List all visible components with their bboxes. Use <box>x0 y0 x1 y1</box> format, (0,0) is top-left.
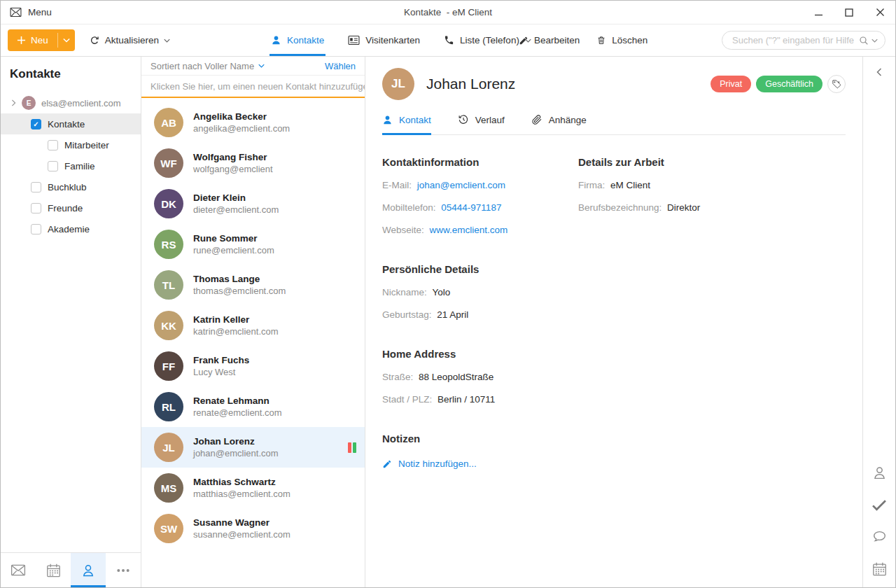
contact-list-item[interactable]: RS Rune Sommer rune@emclient.com <box>141 224 365 265</box>
calendar-sidebar-icon[interactable] <box>872 562 887 576</box>
folder-checkbox[interactable] <box>31 119 41 130</box>
pencil-icon <box>382 459 392 469</box>
sidebar-folder-item[interactable]: Freunde <box>1 197 141 218</box>
window-controls <box>803 1 895 24</box>
refresh-button[interactable]: Aktualisieren <box>89 35 170 46</box>
contact-avatar: WF <box>154 148 183 178</box>
folder-checkbox[interactable] <box>31 182 41 192</box>
field-value[interactable]: 05444-971187 <box>441 202 501 213</box>
phone-icon <box>444 35 454 46</box>
module-mail[interactable] <box>1 553 36 587</box>
menu-button[interactable]: Menu <box>1 7 52 18</box>
contact-list-item[interactable]: KK Katrin Keller katrin@emclient.com <box>141 305 365 346</box>
detail-field: Stadt / PLZ: Berlin / 10711 <box>382 394 578 405</box>
chevron-down-icon[interactable] <box>872 38 878 43</box>
folder-checkbox[interactable] <box>31 224 41 234</box>
sidebar-folder-item[interactable]: Kontakte <box>1 113 141 134</box>
contact-rows: AB Angelika Becker angelika@emclient.com… <box>141 98 365 587</box>
field-label: Stadt / PLZ: <box>382 394 432 405</box>
new-button[interactable]: Neu <box>8 29 75 51</box>
person-icon <box>271 35 281 46</box>
tag-pill[interactable]: Geschäftlich <box>756 76 822 92</box>
field-value: Direktor <box>667 202 700 213</box>
contact-list-item[interactable]: WF Wolfgang Fisher wolfgang@emclient <box>141 143 365 183</box>
field-value[interactable]: www.emclient.com <box>430 225 508 235</box>
detail-right-column: Details zur Arbeit Firma: eM Client Beru… <box>578 156 846 497</box>
folder-checkbox[interactable] <box>31 203 41 214</box>
account-row[interactable]: E elsa@emclient.com <box>1 92 141 113</box>
new-dropdown-arrow[interactable] <box>58 29 75 51</box>
contacts-sidebar-icon[interactable] <box>872 465 887 480</box>
sort-dropdown[interactable]: Sortiert nach Voller Name <box>150 61 265 71</box>
section-title: Persönliche Details <box>382 263 578 275</box>
chevron-right-icon[interactable] <box>11 99 16 106</box>
module-more[interactable] <box>106 553 141 587</box>
field-label: Geburtstag: <box>382 309 432 320</box>
detail-tab-verlauf[interactable]: Verlauf <box>458 114 505 135</box>
detail-tab-kontakt[interactable]: Kontakt <box>382 114 431 135</box>
module-contacts[interactable] <box>71 553 106 587</box>
field-value: 21 April <box>437 309 468 320</box>
sidebar-folder-item[interactable]: Familie <box>1 155 141 176</box>
id-card-icon <box>348 35 360 46</box>
search-icons <box>858 35 878 46</box>
refresh-icon <box>89 35 100 46</box>
detail-tab-label: Kontakt <box>399 115 431 125</box>
tab-visitenkarten[interactable]: Visitenkarten <box>346 24 421 56</box>
close-button[interactable] <box>864 1 895 24</box>
calendar-icon <box>46 564 61 578</box>
section-title: Home Address <box>382 348 578 360</box>
search-icon[interactable] <box>858 35 869 46</box>
folder-checkbox[interactable] <box>48 161 58 172</box>
contact-list-item[interactable]: DK Dieter Klein dieter@emclient.com <box>141 183 365 224</box>
field-label: Mobiltelefon: <box>382 202 436 213</box>
toolbar: Neu Aktualisieren Kontakte <box>1 24 895 57</box>
sidebar-folder-item[interactable]: Buchklub <box>1 176 141 197</box>
add-tag-button[interactable] <box>827 75 846 93</box>
person-icon <box>382 115 393 125</box>
delete-label: Löschen <box>612 35 648 46</box>
collapse-sidebar-button[interactable] <box>876 68 882 76</box>
folder-checkbox[interactable] <box>48 140 58 150</box>
sidebar-folder-item[interactable]: Mitarbeiter <box>1 134 141 155</box>
new-button-main[interactable]: Neu <box>8 29 57 51</box>
search-input[interactable]: Suchen ("?" eingaben für Hilfe) <box>722 31 886 50</box>
field-value: Yolo <box>433 287 451 298</box>
contact-list-item[interactable]: FF Frank Fuchs Lucy West <box>141 346 365 386</box>
contact-list-panel: Sortiert nach Voller Name Wählen Klicken… <box>141 57 365 587</box>
choose-link[interactable]: Wählen <box>325 61 356 71</box>
contact-list-item[interactable]: MS Matthias Schwartz matthias@emclient.c… <box>141 468 365 508</box>
contact-list-item[interactable]: RL Renate Lehmann renate@emclient.com <box>141 386 365 427</box>
list-header: Sortiert nach Voller Name Wählen <box>141 57 365 76</box>
contact-list-item[interactable]: JL Johan Lorenz johan@emclient.com <box>141 427 365 468</box>
contact-list-item[interactable]: TL Thomas Lange thomas@emclient.com <box>141 265 365 305</box>
history-icon <box>458 114 469 125</box>
tasks-check-icon[interactable] <box>872 499 887 511</box>
contact-name: Katrin Keller <box>193 314 279 325</box>
delete-button[interactable]: Löschen <box>596 35 648 46</box>
minimize-button[interactable] <box>803 1 834 24</box>
tab-kontakte[interactable]: Kontakte <box>270 24 326 56</box>
detail-tabs: Kontakt Verlauf An <box>382 114 846 135</box>
plus-icon <box>17 36 26 45</box>
add-note-link[interactable]: Notiz hinzufügen... <box>382 458 578 469</box>
paperclip-icon <box>531 114 542 125</box>
maximize-button[interactable] <box>834 1 864 24</box>
module-calendar[interactable] <box>36 553 71 587</box>
detail-left-column: Kontaktinformation E-Mail: johan@emclien… <box>382 156 578 497</box>
contact-list-item[interactable]: SW Susanne Wagner susanne@emclient.com <box>141 508 365 549</box>
detail-tab-anhaenge[interactable]: Anhänge <box>531 114 587 135</box>
contact-list-item[interactable]: AB Angelika Becker angelika@emclient.com <box>141 102 365 143</box>
add-contact-input[interactable]: Klicken Sie hier, um einen neuen Kontakt… <box>141 76 365 98</box>
field-value[interactable]: johan@emclient.com <box>417 180 505 190</box>
right-sidebar <box>862 57 895 587</box>
edit-button[interactable]: Bearbeiten <box>519 35 580 46</box>
contact-name: Renate Lehmann <box>193 396 282 406</box>
detail-tab-label: Anhänge <box>549 115 587 125</box>
tag-pill[interactable]: Privat <box>710 76 751 92</box>
contact-name: Rune Sommer <box>193 233 274 244</box>
chat-icon[interactable] <box>872 530 887 543</box>
sidebar-folder-item[interactable]: Akademie <box>1 218 141 239</box>
detail-field: Straße: 88 LeopoldStraße <box>382 372 578 382</box>
field-label: Nickname: <box>382 287 427 298</box>
